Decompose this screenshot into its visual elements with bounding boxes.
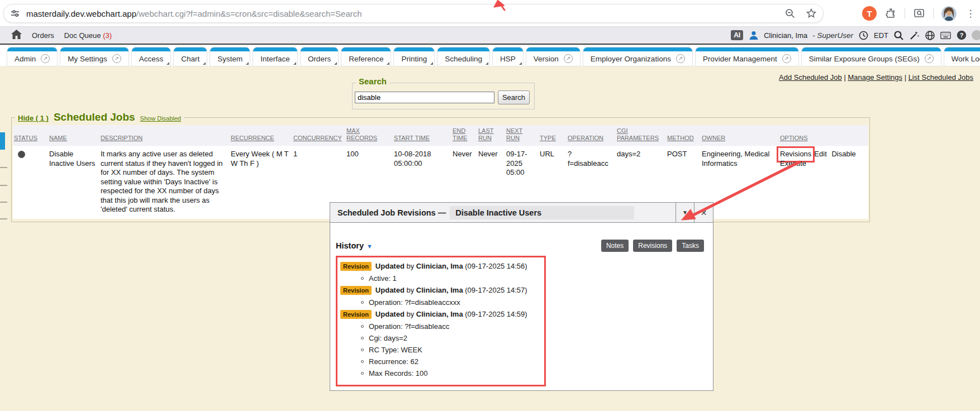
cell-status bbox=[13, 146, 48, 219]
column-header-method[interactable]: METHOD bbox=[666, 125, 701, 146]
column-header-name[interactable]: NAME bbox=[48, 125, 99, 146]
list-scheduled-jobs-link[interactable]: List Scheduled Jobs bbox=[908, 73, 973, 82]
revision-badge: Revision bbox=[340, 262, 372, 271]
column-header-operation[interactable]: OPERATION bbox=[567, 125, 616, 146]
revision-entry-header: RevisionUpdated by Clinician, Ima (09-17… bbox=[340, 308, 544, 321]
column-header-cgi-parameters[interactable]: CGI PARAMETERS bbox=[616, 125, 666, 146]
tab-admin[interactable]: Admin↗ bbox=[7, 47, 57, 66]
column-header-owner[interactable]: OWNER bbox=[701, 125, 779, 146]
tab-system[interactable]: System bbox=[210, 47, 250, 66]
svg-text:?: ? bbox=[959, 32, 963, 39]
column-header-end-time[interactable]: END TIME bbox=[451, 125, 477, 146]
tab-label: HSP bbox=[500, 55, 516, 63]
site-settings-icon[interactable] bbox=[9, 8, 21, 19]
search-icon[interactable] bbox=[893, 30, 904, 41]
divider bbox=[933, 8, 934, 19]
execute-option-link[interactable]: Execute bbox=[780, 159, 806, 169]
toolbar-link-orders[interactable]: Orders bbox=[32, 31, 54, 40]
bullet-icon bbox=[361, 325, 364, 328]
tab-chart[interactable]: Chart bbox=[174, 47, 207, 66]
revision-detail: Operation: ?f=disableaccxxx bbox=[361, 297, 544, 308]
divider bbox=[905, 8, 905, 19]
tab-provider-management[interactable]: Provider Management↗ bbox=[696, 47, 798, 66]
globe-icon[interactable] bbox=[925, 30, 935, 41]
help-icon[interactable]: ? bbox=[956, 30, 967, 41]
extension-t-icon[interactable]: T bbox=[862, 6, 877, 21]
magic-wand-icon[interactable] bbox=[909, 30, 920, 41]
revision-by: by bbox=[406, 262, 414, 270]
revisions-option-link[interactable]: Revisions bbox=[780, 150, 811, 159]
timezone-label[interactable]: EDT bbox=[874, 31, 888, 40]
tab-work-locations[interactable]: Work Locations↗ bbox=[944, 47, 980, 66]
revision-user: Clinician, Ima bbox=[416, 286, 463, 294]
column-header-last-run[interactable]: LAST RUN bbox=[477, 125, 505, 146]
tab-my-settings[interactable]: My Settings↗ bbox=[60, 47, 129, 66]
extensions-puzzle-icon[interactable] bbox=[884, 7, 897, 20]
tab-access[interactable]: Access bbox=[132, 47, 171, 66]
left-edge-tick bbox=[0, 185, 7, 186]
page-actions: Add Scheduled Job | Manage Settings | Li… bbox=[779, 73, 973, 82]
left-edge-selection-strip bbox=[0, 132, 5, 150]
cell-name: Disable Inactive Users bbox=[48, 146, 99, 219]
tab-employer-organizations[interactable]: Employer Organizations↗ bbox=[583, 47, 692, 66]
zoom-out-icon[interactable] bbox=[784, 7, 796, 20]
bullet-icon bbox=[361, 360, 364, 363]
modal-collapse-button[interactable]: ▼ bbox=[676, 203, 694, 222]
column-header-status[interactable]: STATUS bbox=[13, 125, 48, 146]
modal-close-button[interactable]: ✕ bbox=[694, 203, 713, 222]
search-button[interactable]: Search bbox=[498, 90, 530, 104]
bookmark-star-icon[interactable] bbox=[805, 7, 817, 20]
tab-reference[interactable]: Reference bbox=[341, 47, 391, 66]
page: masterdaily.dev.webchart.app/webchart.cg… bbox=[0, 0, 980, 411]
revision-badge: Revision bbox=[340, 310, 372, 319]
add-scheduled-job-link[interactable]: Add Scheduled Job bbox=[779, 73, 842, 82]
revision-detail: RC Type: WEEK bbox=[361, 344, 544, 356]
url-omnibox[interactable]: masterdaily.dev.webchart.app/webchart.cg… bbox=[3, 4, 824, 23]
ai-badge[interactable]: AI bbox=[731, 30, 743, 40]
revision-detail: Cgi: days=2 bbox=[361, 332, 544, 344]
tab-scheduling[interactable]: Scheduling bbox=[437, 47, 489, 66]
tab-menu-tick-icon bbox=[203, 62, 206, 65]
tab-similar-exposure-groups[interactable]: Similar Exposure Groups (SEGs)↗ bbox=[802, 47, 941, 66]
tab-interface[interactable]: Interface bbox=[253, 47, 297, 66]
browser-menu-icon[interactable]: ⋮ bbox=[964, 7, 977, 20]
cell-description: It marks any active user as deleted curr… bbox=[99, 146, 230, 219]
column-header-options[interactable]: OPTIONS bbox=[779, 125, 868, 146]
tab-label: Orders bbox=[308, 55, 331, 63]
modal-header[interactable]: Scheduled Job Revisions — Disable Inacti… bbox=[330, 203, 713, 223]
tasks-button[interactable]: Tasks bbox=[677, 240, 704, 252]
notes-button[interactable]: Notes bbox=[601, 240, 629, 252]
column-header-description[interactable]: DESCRIPTION bbox=[99, 125, 230, 146]
show-disabled-link[interactable]: Show Disabled bbox=[140, 115, 181, 122]
revisions-button[interactable]: Revisions bbox=[633, 240, 672, 252]
user-name[interactable]: Clinician, Ima bbox=[764, 31, 807, 40]
history-dropdown[interactable]: History▼ bbox=[336, 241, 373, 251]
external-link-icon: ↗ bbox=[112, 54, 121, 63]
column-header-concurrency[interactable]: CONCURRENCY bbox=[292, 125, 345, 146]
tab-version[interactable]: Version↗ bbox=[526, 47, 580, 66]
column-header-max-records[interactable]: MAX RECORDS bbox=[345, 125, 393, 146]
tab-printing[interactable]: Printing bbox=[394, 47, 434, 66]
edit-option-link[interactable]: Edit bbox=[814, 150, 826, 159]
revision-detail: Recurrence: 62 bbox=[361, 356, 544, 367]
manage-settings-link[interactable]: Manage Settings bbox=[848, 73, 902, 82]
search-legend: Search bbox=[359, 77, 387, 86]
tab-hsp[interactable]: HSP bbox=[493, 47, 523, 66]
user-role: - SuperUser bbox=[812, 31, 853, 40]
toolbar-link-doc-queue[interactable]: Doc Queue (3) bbox=[64, 31, 112, 40]
tab-search-icon[interactable] bbox=[913, 7, 925, 20]
revision-entry-header: RevisionUpdated by Clinician, Ima (09-17… bbox=[340, 284, 544, 297]
browser-profile-avatar[interactable] bbox=[941, 6, 957, 21]
hide-link[interactable]: Hide ( 1 ) bbox=[18, 114, 49, 122]
column-header-type[interactable]: TYPE bbox=[539, 125, 567, 146]
tab-orders[interactable]: Orders bbox=[301, 47, 338, 66]
column-header-next-run[interactable]: NEXT RUN bbox=[505, 125, 539, 146]
doc-queue-count: (3) bbox=[103, 31, 112, 40]
url-text[interactable]: masterdaily.dev.webchart.app/webchart.cg… bbox=[26, 9, 362, 18]
keyboard-icon[interactable] bbox=[940, 30, 951, 41]
search-input[interactable] bbox=[355, 92, 494, 103]
home-icon[interactable] bbox=[11, 30, 22, 41]
column-header-recurrence[interactable]: RECURRENCE bbox=[230, 125, 292, 146]
column-header-start-time[interactable]: START TIME bbox=[393, 125, 451, 146]
disable-option-link[interactable]: Disable bbox=[831, 150, 855, 159]
